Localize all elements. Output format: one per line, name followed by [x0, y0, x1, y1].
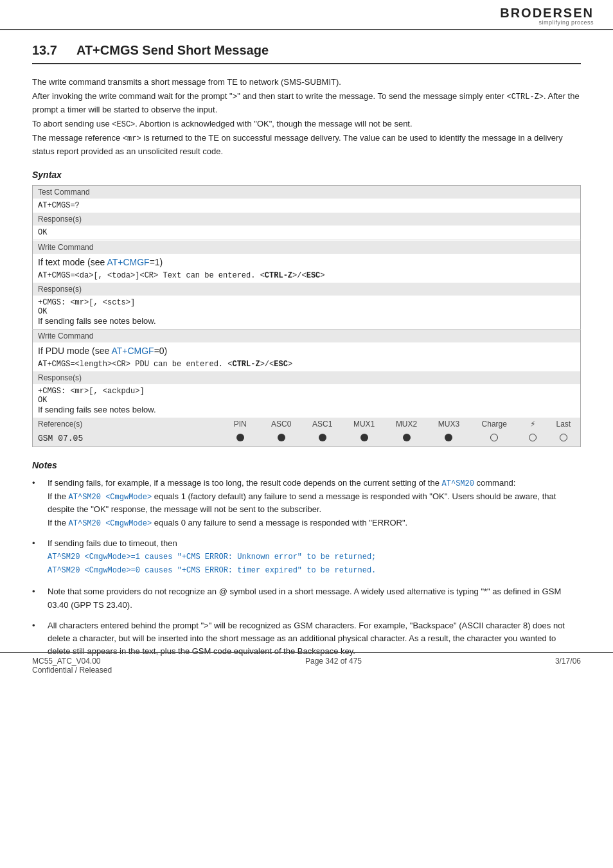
dot-mux1 [360, 434, 368, 441]
text-response-1-row: +CMGS: <mr>[, <scts>] OK If sending fail… [33, 296, 581, 330]
note-4-text: All characters entered behind the prompt… [48, 621, 565, 656]
test-response-row: OK [33, 226, 581, 240]
ref-icon1-dot [519, 430, 547, 447]
ref-gsm-value: GSM 07.05 [33, 430, 220, 447]
notes-heading: Notes [32, 460, 581, 470]
ref-icon1-header: ⚡︎ [519, 418, 547, 430]
note-2-code-1: AT^SM20 <CmgwMode>=1 causes "+CMS ERROR:… [48, 551, 581, 563]
footer-left-line2: Confidential / Released [32, 666, 112, 675]
pdu-mode-label: If PDU mode (see AT+CMGF=0) [33, 342, 581, 357]
ref-inner-table: Reference(s) PIN ASC0 ASC1 MUX1 MUX2 MUX… [33, 418, 580, 447]
test-response: OK [33, 226, 581, 240]
ref-asc0-dot [261, 430, 302, 447]
intro-line-4: The message reference <mr> is returned t… [32, 132, 581, 158]
ref-mux1-header: MUX1 [343, 418, 386, 430]
syntax-heading: Syntax [32, 170, 581, 180]
footer-left-line1: MC55_ATC_V04.00 [32, 657, 112, 666]
footer-left: MC55_ATC_V04.00 Confidential / Released [32, 657, 112, 675]
text-mode-cmd: AT+CMGS=<da>[, <toda>]<CR> Text can be e… [33, 269, 581, 283]
responses-label-2-row: Response(s) [33, 283, 581, 296]
ctrl-z-code: <CTRL-Z> [506, 93, 544, 102]
pdu-response-row: +CMGS: <mr>[, <ackpdu>] OK If sending fa… [33, 384, 581, 418]
note-2-content: If sending fails due to timeout, then AT… [48, 537, 581, 578]
write-command-header-2-row: Write Command [33, 330, 581, 342]
note-1: • If sending fails, for example, if a me… [32, 477, 581, 529]
pdu-response-note: If sending fails see notes below. [38, 405, 156, 414]
ref-col-headers: Reference(s) PIN ASC0 ASC1 MUX1 MUX2 MUX… [33, 418, 580, 430]
ref-mux1-dot [343, 430, 386, 447]
write-command-header-1-row: Write Command [33, 241, 581, 254]
dot-pin [236, 434, 244, 441]
section-number: 13.7 [32, 43, 57, 58]
text-mode-label: If text mode (see AT+CMGF=1) [33, 254, 581, 269]
intro-line-2: After invoking the write command wait fo… [32, 90, 581, 116]
bullet-3: • [32, 585, 41, 611]
section-title: AT+CMGS Send Short Message [76, 43, 269, 58]
test-command-code-row: AT+CMGS=? [33, 199, 581, 213]
notes-list: • If sending fails, for example, if a me… [32, 477, 581, 658]
write-command-label-1: Write Command [33, 241, 581, 254]
dot-asc0 [278, 434, 285, 441]
dot-mux3 [445, 434, 452, 441]
note-3-content: Note that some providers do not recogniz… [48, 585, 581, 611]
at-sm20-cmgw-ref-2: AT^SM20 <CmgwMode> [69, 519, 152, 528]
bullet-2: • [32, 537, 41, 578]
text-mode-label-row: If text mode (see AT+CMGF=1) [33, 254, 581, 269]
intro-text: The write command transmits a short mess… [32, 76, 581, 158]
ref-charge-header: Charge [470, 418, 519, 430]
ref-mux2-dot [386, 430, 428, 447]
mr-code: <mr> [123, 134, 141, 143]
note-2-code-2: AT^SM20 <CmgwMode>=0 causes "+CMS ERROR:… [48, 565, 581, 577]
responses-label-1: Response(s) [33, 213, 581, 226]
responses-label-1-row: Response(s) [33, 213, 581, 226]
footer-right: 3/17/06 [555, 657, 581, 675]
text-mode-link[interactable]: AT+CMGF [107, 257, 149, 267]
main-content: 13.7 AT+CMGS Send Short Message The writ… [0, 30, 613, 678]
ref-asc0-header: ASC0 [261, 418, 302, 430]
note-1-content: If sending fails, for example, if a mess… [48, 477, 581, 529]
ref-last-dot [547, 430, 580, 447]
test-command-code: AT+CMGS=? [33, 199, 581, 213]
pdu-mode-link[interactable]: AT+CMGF [111, 346, 154, 356]
intro-line-3: To abort sending use <ESC>. Abortion is … [32, 118, 581, 131]
ref-data-row: GSM 07.05 [33, 430, 580, 447]
write-command-label-2: Write Command [33, 330, 581, 342]
logo-text: BRODERSEN [500, 6, 594, 19]
pdu-response: +CMGS: <mr>[, <ackpdu>] OK If sending fa… [33, 384, 581, 418]
note-3-text: Note that some providers do not recogniz… [48, 587, 561, 609]
note-1-text: If sending fails, for example, if a mess… [48, 478, 515, 488]
text-response-1: +CMGS: <mr>[, <scts>] OK If sending fail… [33, 296, 581, 330]
text-response-note-1: If sending fails see notes below. [38, 316, 156, 326]
at-sm20-ref: AT^SM20 [442, 479, 474, 488]
responses-label-3: Response(s) [33, 371, 581, 384]
responses-label-3-row: Response(s) [33, 371, 581, 384]
ref-pin-dot [220, 430, 261, 447]
dot-mux2 [403, 434, 411, 441]
note-1-text-2: If the AT^SM20 <CmgwMode> equals 1 (fact… [48, 492, 556, 515]
responses-label-2: Response(s) [33, 283, 581, 296]
note-2: • If sending fails due to timeout, then … [32, 537, 581, 578]
text-mode-cmd-row: AT+CMGS=<da>[, <toda>]<CR> Text can be e… [33, 269, 581, 283]
section-heading: 13.7 AT+CMGS Send Short Message [32, 43, 581, 64]
ref-mux3-header: MUX3 [428, 418, 470, 430]
header: BRODERSEN simplifying process [0, 0, 613, 30]
ref-mux2-header: MUX2 [386, 418, 428, 430]
note-3: • Note that some providers do not recogn… [32, 585, 581, 611]
page-container: BRODERSEN simplifying process 13.7 AT+CM… [0, 0, 613, 678]
dot-asc1 [319, 434, 326, 441]
pdu-mode-cmd: AT+CMGS=<length><CR> PDU can be entered.… [33, 357, 581, 371]
bullet-1: • [32, 477, 41, 529]
ref-pin-header: PIN [220, 418, 261, 430]
note-1-text-3: If the AT^SM20 <CmgwMode> equals 0 any f… [48, 518, 407, 527]
ref-asc1-dot [302, 430, 343, 447]
pdu-mode-cmd-row: AT+CMGS=<length><CR> PDU can be entered.… [33, 357, 581, 371]
at-sm20-cmgw-ref-1: AT^SM20 <CmgwMode> [69, 493, 152, 502]
note-2-text-1: If sending fails due to timeout, then [48, 538, 177, 548]
dot-last [560, 434, 567, 441]
logo-sub: simplifying process [538, 19, 594, 26]
dot-charge [490, 434, 498, 441]
intro-line-1: The write command transmits a short mess… [32, 76, 581, 89]
ref-mux3-dot [428, 430, 470, 447]
ref-last-header: Last [547, 418, 580, 430]
test-command-header-row: Test Command [33, 186, 581, 199]
